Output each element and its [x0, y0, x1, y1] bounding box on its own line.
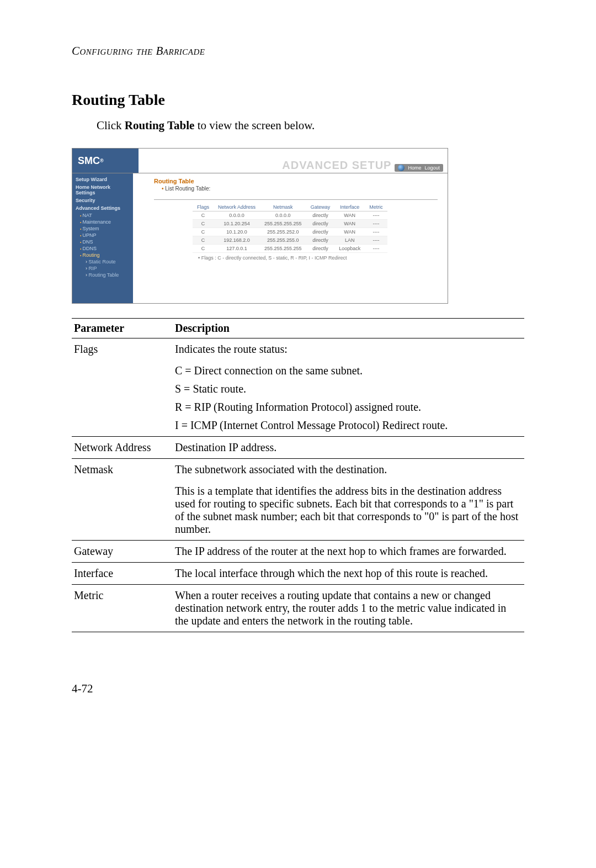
routing-table: Flags Network Address Netmask Gateway In… — [193, 203, 387, 253]
page-number: 4-72 — [72, 682, 524, 696]
cell-flags: C — [193, 211, 214, 220]
flags-note: Flags : C - directly connected, S - stat… — [198, 255, 442, 261]
param-netaddr-label: Network Address — [72, 437, 173, 459]
cell-interface: WAN — [334, 220, 365, 228]
intro-text: Click Routing Table to view the screen b… — [97, 119, 524, 133]
intro-prefix: Click — [97, 119, 125, 132]
table-row: C 10.1.20.254 255.255.255.255 directly W… — [193, 220, 387, 228]
param-flags-label: Flags — [72, 338, 173, 361]
table-row: C 0.0.0.0 0.0.0.0 directly WAN ---- — [193, 211, 387, 220]
cell-flags: C — [193, 220, 214, 228]
cell-flags: C — [193, 245, 214, 253]
flags-i: I = ICMP (Internet Control Message Proto… — [175, 419, 522, 432]
header-links: Home Logout — [395, 164, 443, 172]
flags-s: S = Static route. — [175, 383, 522, 395]
param-metric-desc: When a router receives a routing update … — [173, 585, 524, 632]
param-header-description: Description — [173, 319, 524, 338]
param-interface-desc: The local interface through which the ne… — [173, 563, 524, 585]
logo-reg: ® — [100, 158, 104, 163]
cell-netmask: 255.255.255.255 — [260, 220, 306, 228]
cell-metric: ---- — [365, 236, 387, 245]
cell-netaddr: 0.0.0.0 — [214, 211, 260, 220]
param-netaddr-desc: Destination IP address. — [173, 437, 524, 459]
sidebar-item-routing[interactable]: Routing — [72, 252, 133, 258]
sidebar: Setup Wizard Home Network Settings Secur… — [72, 173, 133, 303]
sidebar-sub-rip[interactable]: RIP — [72, 265, 133, 272]
logout-link[interactable]: Logout — [424, 165, 440, 171]
sidebar-item-upnp[interactable]: UPNP — [72, 232, 133, 239]
sidebar-item-maintenance[interactable]: Maintenance — [72, 219, 133, 225]
table-row: C 10.1.20.0 255.255.252.0 directly WAN -… — [193, 228, 387, 236]
param-netmask-desc2: This is a template that identifies the a… — [173, 480, 524, 541]
cell-metric: ---- — [365, 245, 387, 253]
cell-netmask: 0.0.0.0 — [260, 211, 306, 220]
param-gateway-desc: The IP address of the router at the next… — [173, 541, 524, 563]
sidebar-home-network[interactable]: Home Network Settings — [72, 183, 133, 197]
sidebar-item-nat[interactable]: NAT — [72, 212, 133, 219]
cell-interface: Loopback — [334, 245, 365, 253]
router-screenshot: SMC® ADVANCED SETUP Home Logout Setup Wi… — [72, 148, 448, 304]
cell-metric: ---- — [365, 228, 387, 236]
cell-gateway: directly — [306, 236, 335, 245]
th-gateway: Gateway — [306, 203, 335, 211]
th-netaddr: Network Address — [214, 203, 260, 211]
logo-text: SMC — [78, 155, 100, 167]
logo: SMC® — [72, 149, 139, 173]
cell-gateway: directly — [306, 211, 335, 220]
flags-r: R = RIP (Routing Information Protocol) a… — [175, 401, 522, 414]
cell-netaddr: 192.168.2.0 — [214, 236, 260, 245]
cell-gateway: directly — [306, 220, 335, 228]
cell-netaddr: 10.1.20.0 — [214, 228, 260, 236]
panel-divider — [154, 199, 438, 200]
param-header-parameter: Parameter — [72, 319, 173, 338]
intro-bold: Routing Table — [125, 119, 195, 132]
param-metric-label: Metric — [72, 585, 173, 632]
cell-gateway: directly — [306, 228, 335, 236]
globe-icon — [398, 165, 405, 171]
section-title: Routing Table — [72, 91, 524, 109]
param-interface-label: Interface — [72, 563, 173, 585]
th-flags: Flags — [193, 203, 214, 211]
advanced-setup-label: ADVANCED SETUP — [282, 159, 391, 172]
param-flags-desc2: C = Direct connection on the same subnet… — [173, 360, 524, 437]
param-netmask-desc1: The subnetwork associated with the desti… — [173, 459, 524, 481]
table-row: C 192.168.2.0 255.255.255.0 directly LAN… — [193, 236, 387, 245]
cell-netaddr: 10.1.20.254 — [214, 220, 260, 228]
home-link[interactable]: Home — [408, 165, 421, 171]
table-row: C 127.0.0.1 255.255.255.255 directly Loo… — [193, 245, 387, 253]
panel-subtitle: List Routing Table: — [162, 186, 442, 192]
cell-metric: ---- — [365, 220, 387, 228]
cell-gateway: directly — [306, 245, 335, 253]
cell-flags: C — [193, 236, 214, 245]
cell-netmask: 255.255.255.0 — [260, 236, 306, 245]
cell-interface: WAN — [334, 228, 365, 236]
cell-interface: WAN — [334, 211, 365, 220]
main-panel: Routing Table List Routing Table: Flags … — [141, 173, 448, 303]
router-header: SMC® ADVANCED SETUP Home Logout — [72, 149, 448, 173]
intro-suffix: to view the screen below. — [194, 119, 315, 132]
cell-netmask: 255.255.252.0 — [260, 228, 306, 236]
param-flags-desc1: Indicates the route status: — [173, 338, 524, 361]
cell-interface: LAN — [334, 236, 365, 245]
sidebar-sub-static-route[interactable]: Static Route — [72, 258, 133, 265]
sidebar-setup-wizard[interactable]: Setup Wizard — [72, 176, 133, 183]
flags-c: C = Direct connection on the same subnet… — [175, 364, 522, 377]
cell-metric: ---- — [365, 211, 387, 220]
th-interface: Interface — [334, 203, 365, 211]
sidebar-security[interactable]: Security — [72, 197, 133, 204]
cell-netmask: 255.255.255.255 — [260, 245, 306, 253]
th-netmask: Netmask — [260, 203, 306, 211]
parameter-table: Parameter Description Flags Indicates th… — [72, 318, 524, 632]
sidebar-item-ddns[interactable]: DDNS — [72, 245, 133, 252]
sidebar-item-system[interactable]: System — [72, 225, 133, 232]
cell-flags: C — [193, 228, 214, 236]
panel-title: Routing Table — [154, 178, 442, 184]
param-netmask-label: Netmask — [72, 459, 173, 481]
sidebar-advanced-settings[interactable]: Advanced Settings — [72, 204, 133, 212]
param-gateway-label: Gateway — [72, 541, 173, 563]
sidebar-sub-routing-table[interactable]: Routing Table — [72, 272, 133, 278]
running-header: Configuring the Barricade — [72, 44, 524, 58]
th-metric: Metric — [365, 203, 387, 211]
cell-netaddr: 127.0.0.1 — [214, 245, 260, 253]
sidebar-item-dns[interactable]: DNS — [72, 239, 133, 245]
